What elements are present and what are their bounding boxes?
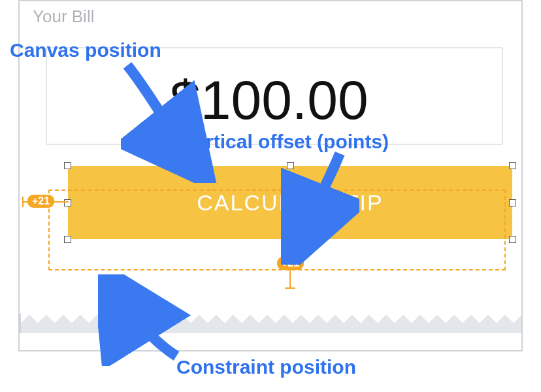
annotation-constraint-position: Constraint position — [176, 356, 356, 378]
constraint-outline — [48, 189, 506, 270]
selection-handle[interactable] — [64, 236, 71, 243]
offset-badge-horizontal: +21 — [27, 195, 54, 208]
selection-handle[interactable] — [509, 199, 516, 206]
selection-handle[interactable] — [64, 162, 71, 169]
selection-handle[interactable] — [287, 162, 294, 169]
bill-amount: $100.00 — [170, 69, 369, 132]
bill-label: Your Bill — [33, 7, 94, 27]
selection-handle[interactable] — [509, 162, 516, 169]
selection-handle[interactable] — [509, 236, 516, 243]
offset-guide-vertical-cap — [285, 287, 295, 289]
annotation-canvas-position: Canvas position — [10, 39, 161, 61]
annotation-vertical-offset: Vertical offset (points) — [183, 131, 389, 153]
offset-guide-horizontal-cap — [22, 197, 24, 207]
selection-handle[interactable] — [64, 199, 71, 206]
offset-badge-vertical: +21 — [277, 257, 304, 270]
torn-edge — [20, 314, 523, 333]
